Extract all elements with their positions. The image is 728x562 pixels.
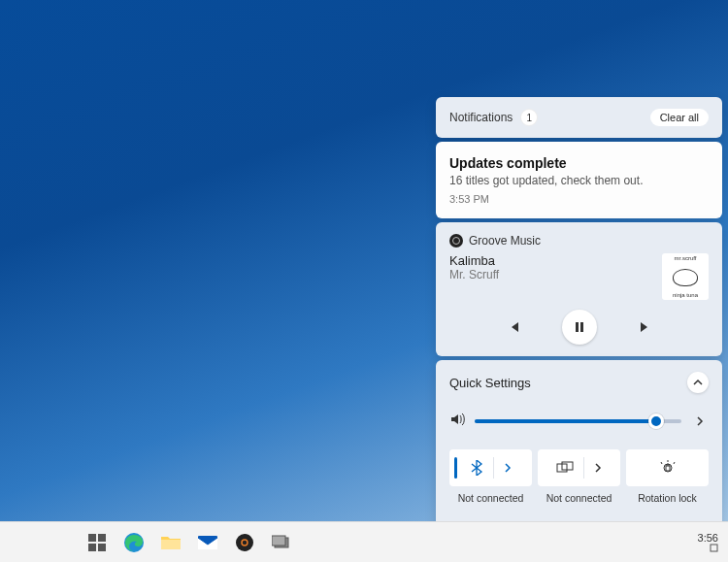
album-art-top-text: mr.scruff [675, 255, 697, 261]
file-explorer-icon[interactable] [159, 531, 182, 554]
album-art-bottom-text: ninja tuna [673, 292, 698, 298]
task-view-icon[interactable] [270, 531, 293, 554]
notification-body: 16 titles got updated, check them out. [449, 174, 709, 187]
quick-settings-tiles: Not connected Not connected Rotation loc… [449, 449, 709, 504]
groove-music-taskbar-icon[interactable] [233, 531, 256, 554]
notification-time: 3:53 PM [449, 193, 709, 205]
quick-settings-label: Quick Settings [449, 376, 531, 390]
rotation-lock-tile[interactable] [626, 449, 709, 486]
svg-rect-16 [88, 544, 96, 551]
action-center-panel: Notifications 1 Clear all Updates comple… [436, 97, 722, 554]
notification-title: Updates complete [449, 155, 709, 171]
project-tile[interactable] [538, 449, 620, 486]
notification-item[interactable]: Updates complete 16 titles got updated, … [436, 142, 722, 218]
svg-rect-17 [98, 544, 106, 551]
start-button[interactable] [85, 531, 109, 554]
media-card: Groove Music Kalimba Mr. Scruff mr.scruf… [436, 222, 722, 356]
volume-slider[interactable] [475, 419, 681, 423]
clock-text: 3:56 [698, 532, 718, 544]
svg-rect-15 [98, 534, 106, 542]
svg-point-21 [236, 534, 253, 551]
tray-overflow-icon [710, 544, 718, 552]
tile-label: Rotation lock [638, 492, 697, 504]
next-track-button[interactable] [632, 314, 659, 341]
chevron-right-icon [504, 463, 512, 473]
media-track-title: Kalimba [449, 253, 499, 268]
notifications-count-badge: 1 [520, 109, 538, 126]
volume-icon [449, 412, 465, 431]
project-icon [556, 461, 574, 475]
notifications-header-card: Notifications 1 Clear all [436, 97, 722, 138]
volume-row [449, 409, 709, 434]
notifications-label: Notifications [449, 111, 513, 124]
previous-track-button[interactable] [500, 314, 527, 341]
album-art: mr.scruff ninja tuna [662, 253, 709, 300]
volume-flyout-button[interactable] [691, 409, 709, 434]
desktop: Notifications 1 Clear all Updates comple… [0, 0, 728, 562]
bluetooth-icon [470, 460, 483, 476]
tile-label: Not connected [458, 492, 524, 504]
svg-rect-25 [711, 545, 717, 551]
tile-label: Not connected [546, 492, 612, 504]
svg-rect-24 [272, 536, 285, 545]
groove-music-icon [449, 234, 463, 248]
svg-rect-14 [88, 534, 96, 542]
media-app-name: Groove Music [469, 234, 541, 248]
taskbar: 3:56 [0, 521, 728, 562]
pause-button[interactable] [562, 310, 597, 345]
clear-all-button[interactable]: Clear all [650, 109, 709, 126]
svg-rect-1 [580, 322, 583, 332]
edge-icon[interactable] [122, 531, 146, 554]
collapse-button[interactable] [687, 372, 709, 393]
rotation-lock-icon [660, 460, 676, 476]
svg-rect-19 [161, 540, 181, 549]
media-artist: Mr. Scruff [449, 268, 499, 281]
mail-icon[interactable] [196, 531, 219, 554]
svg-rect-0 [576, 322, 579, 332]
taskbar-clock[interactable]: 3:56 [698, 532, 718, 552]
chevron-right-icon [594, 463, 602, 473]
svg-rect-4 [666, 466, 670, 471]
bluetooth-tile[interactable] [449, 449, 532, 486]
